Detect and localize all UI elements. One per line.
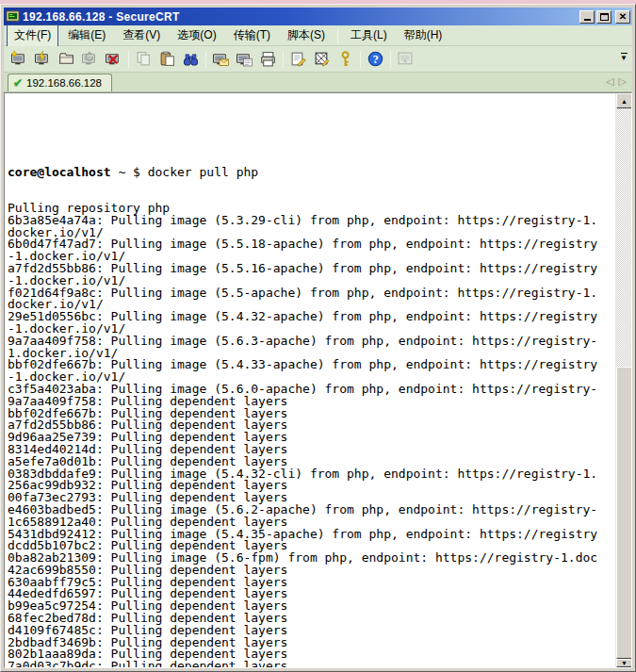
prompt-line: core@localhost ~ $ docker pull php: [8, 167, 615, 179]
menu-file[interactable]: 文件(F): [7, 25, 58, 47]
connected-check-icon: ✔: [13, 76, 23, 90]
menu-options[interactable]: 选项(O): [170, 25, 223, 47]
terminal-line: 7a0d03c7b9dc: Pulling dependent layers: [8, 661, 615, 667]
prompt-user: core@localhost: [8, 165, 111, 179]
session-options-icon: [290, 51, 306, 67]
minimize-icon: [584, 19, 591, 21]
session-tab-bar: ✔ 192.168.66.128 ◁ ▷: [4, 73, 632, 92]
quick-connect-button[interactable]: [31, 48, 55, 71]
menu-separator: [337, 28, 338, 43]
disconnect-button[interactable]: [102, 48, 125, 71]
find-icon: [183, 51, 199, 67]
terminal-area: core@localhost ~ $ docker pull php Pulli…: [4, 92, 632, 668]
help-button[interactable]: ?: [364, 48, 387, 71]
new-session-button[interactable]: [8, 48, 31, 71]
session-tab[interactable]: ✔ 192.168.66.128: [8, 74, 112, 91]
paste-icon: [159, 51, 175, 67]
print-button[interactable]: [256, 48, 280, 71]
scrollbar-thumb[interactable]: [616, 367, 632, 659]
close-icon: ✕: [619, 12, 627, 22]
raw-log-session-icon: [236, 51, 253, 67]
session-manager-button[interactable]: [55, 48, 78, 71]
menu-script[interactable]: 脚本(S): [280, 25, 333, 47]
toolbar-separator: [283, 51, 284, 68]
scroll-up-button[interactable]: ▲: [616, 93, 632, 108]
paste-button[interactable]: [155, 48, 179, 71]
scroll-up-icon: ▲: [621, 98, 628, 105]
session-tab-label: 192.168.66.128: [26, 77, 102, 89]
copy-button: [132, 48, 155, 71]
menu-edit[interactable]: 编辑(E): [60, 25, 113, 47]
command-text: docker pull php: [148, 165, 258, 179]
session-options-button[interactable]: [286, 48, 310, 71]
clone-session-icon: A: [398, 51, 414, 67]
find-button[interactable]: [179, 48, 203, 71]
menu-view[interactable]: 查看(V): [115, 25, 168, 47]
clone-session-button: A: [394, 48, 417, 71]
svg-text:A: A: [403, 58, 407, 64]
raw-log-session-button[interactable]: [233, 48, 256, 71]
security-key-icon: [337, 51, 353, 67]
prompt-suffix: ~ $: [111, 165, 148, 179]
session-manager-icon: [58, 51, 74, 67]
disconnect-icon: [106, 51, 122, 67]
terminal-output[interactable]: core@localhost ~ $ docker pull php Pulli…: [5, 93, 615, 667]
vertical-scrollbar[interactable]: ▲ ▼: [615, 93, 631, 667]
menu-tools[interactable]: 工具(L): [343, 25, 395, 47]
title-bar[interactable]: 192.168.66.128 - SecureCRT ✕: [4, 8, 632, 25]
toolbar-separator: [390, 51, 391, 68]
print-icon: [260, 51, 276, 67]
log-session-button[interactable]: [209, 48, 233, 71]
app-icon: [6, 9, 20, 24]
reconnect-icon: [82, 51, 98, 67]
window-title: 192.168.66.128 - SecureCRT: [23, 10, 579, 24]
security-key-button[interactable]: [334, 48, 357, 71]
scroll-down-button[interactable]: ▼: [616, 659, 632, 667]
scroll-down-icon: ▼: [621, 660, 628, 666]
securecrt-window: 192.168.66.128 - SecureCRT ✕ 文件(F) 编辑(E)…: [0, 4, 636, 672]
keymap-editor-button[interactable]: [310, 48, 334, 71]
maximize-icon: [600, 13, 609, 21]
tab-scroll-left-button[interactable]: ◁: [606, 75, 613, 88]
menu-bar: 文件(F) 编辑(E) 查看(V) 选项(O) 传输(T) 脚本(S) 工具(L…: [4, 25, 632, 46]
maximize-button[interactable]: [596, 10, 612, 24]
toolbar-separator: [360, 51, 361, 68]
tab-scroll-right-button[interactable]: ▷: [619, 75, 627, 88]
toolbar-overflow-button[interactable]: ▼: [618, 53, 629, 66]
menu-transfer[interactable]: 传输(T): [226, 25, 278, 47]
copy-icon: [136, 51, 152, 67]
close-button[interactable]: ✕: [615, 10, 630, 24]
toolbar-separator: [128, 51, 129, 68]
new-session-icon: [11, 51, 27, 67]
toolbar-separator: [205, 51, 206, 68]
keymap-editor-icon: [314, 51, 330, 67]
reconnect-button: [78, 48, 102, 71]
toolbar: ?A ▼: [4, 46, 632, 73]
svg-text:?: ?: [372, 54, 378, 66]
menu-help[interactable]: 帮助(H): [397, 25, 450, 47]
log-session-icon: [213, 51, 229, 67]
help-icon: ?: [367, 51, 383, 67]
quick-connect-icon: [35, 51, 51, 67]
minimize-button[interactable]: [579, 10, 595, 24]
